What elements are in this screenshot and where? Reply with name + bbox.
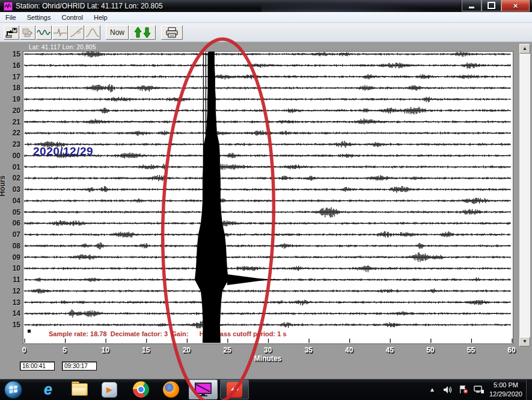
bell-filter-button-disabled[interactable] xyxy=(85,25,100,40)
x-tick-label: 40 xyxy=(345,346,353,354)
seismic-traces xyxy=(23,52,513,343)
seismograph-app-icon xyxy=(194,383,212,397)
seismogram-plot[interactable]: Sample rate: 18.78 Decimate factor: 3 Ga… xyxy=(23,51,513,344)
hour-label: 04 xyxy=(4,197,20,205)
vertical-scrollbar[interactable]: ▲ ▼ xyxy=(519,43,531,347)
print-button[interactable] xyxy=(161,25,183,40)
show-desktop-button[interactable] xyxy=(526,379,532,400)
menu-file[interactable]: File xyxy=(0,13,22,22)
save-trace-button-disabled[interactable] xyxy=(20,25,35,40)
close-icon: × xyxy=(513,2,518,10)
volume-icon[interactable] xyxy=(440,380,456,399)
hour-label: 08 xyxy=(4,242,20,250)
now-button-label: Now xyxy=(110,28,124,37)
hour-label: 22 xyxy=(4,129,20,137)
load-trace-icon xyxy=(5,27,18,38)
x-tick-label: 0 xyxy=(22,346,26,354)
x-tick-label: 10 xyxy=(101,346,109,354)
time-field-cursor[interactable]: 09:30:17 xyxy=(62,362,97,371)
app-window: Station: Ohrid/OHRID Lat: 41.117 Lon: 20… xyxy=(0,0,532,400)
load-trace-button[interactable] xyxy=(4,25,19,40)
menu-bar: File Settings Control Help xyxy=(0,12,532,23)
x-tick-label: 35 xyxy=(304,346,312,354)
x-tick-label: 15 xyxy=(142,346,150,354)
start-button[interactable] xyxy=(0,380,26,399)
hour-label: 10 xyxy=(4,265,20,272)
firefox-icon xyxy=(163,381,179,398)
waveform-icon xyxy=(37,27,51,38)
x-tick-label: 25 xyxy=(223,346,231,354)
maximize-icon xyxy=(488,2,495,9)
hour-label: 21 xyxy=(4,118,20,126)
red-utility-app-icon xyxy=(227,382,242,398)
hour-label: 18 xyxy=(4,84,20,91)
seismograph-app-button-active[interactable] xyxy=(189,380,218,399)
minimize-icon xyxy=(469,7,474,8)
internet-explorer-icon: e xyxy=(44,382,52,397)
file-explorer-button[interactable] xyxy=(66,380,93,399)
x-tick-label: 45 xyxy=(386,346,394,354)
hour-label: 20 xyxy=(4,107,20,114)
x-tick-label: 5 xyxy=(63,346,67,354)
show-hidden-icons-button[interactable]: ▲ xyxy=(424,380,440,399)
firefox-button[interactable] xyxy=(157,380,184,399)
save-trace-icon xyxy=(21,27,34,38)
hour-label: 11 xyxy=(4,276,20,283)
x-tick-label: 55 xyxy=(467,346,475,354)
taskbar-clock[interactable]: 5:00 PM 12/29/2020 xyxy=(489,381,522,399)
scale-down-icon xyxy=(142,26,151,38)
menu-control[interactable]: Control xyxy=(56,13,88,22)
hour-label: 16 xyxy=(4,62,20,69)
network-icon[interactable] xyxy=(471,380,487,399)
maximize-button[interactable] xyxy=(482,0,501,11)
hour-label: 12 xyxy=(4,288,20,295)
taskbar: e ▶ ▲ xyxy=(0,379,532,400)
chrome-icon xyxy=(133,381,149,398)
menu-settings[interactable]: Settings xyxy=(22,13,57,22)
x-tick-label: 50 xyxy=(426,346,434,354)
hour-label: 09 xyxy=(4,254,20,261)
folder-icon xyxy=(72,383,88,396)
hour-label: 00 xyxy=(4,152,20,159)
hour-label: 01 xyxy=(4,164,20,171)
minimize-button[interactable] xyxy=(462,0,482,11)
svg-text:P: P xyxy=(78,30,81,35)
close-button[interactable]: × xyxy=(501,0,530,11)
scale-buttons[interactable] xyxy=(129,25,156,40)
media-player-button[interactable]: ▶ xyxy=(96,380,123,399)
app-icon xyxy=(4,2,13,11)
impulse-filter-button-disabled[interactable] xyxy=(52,25,68,40)
hour-label: 07 xyxy=(4,231,20,238)
scroll-down-button[interactable]: ▼ xyxy=(519,337,530,346)
print-icon xyxy=(165,27,179,38)
window-title: Station: Ohrid/OHRID Lat: 41.117 Lon: 20… xyxy=(16,2,163,10)
helicorder-client-area: Lat: 41.117 Lon: 20.805 Hours 1516171819… xyxy=(0,42,532,379)
scale-up-icon xyxy=(133,26,142,38)
x-tick-label: 20 xyxy=(183,346,191,354)
hour-label: 15 xyxy=(4,51,20,58)
title-bar: Station: Ohrid/OHRID Lat: 41.117 Lon: 20… xyxy=(0,0,532,12)
response-curve-button-disabled[interactable]: P xyxy=(69,25,84,40)
system-tray: ▲ 5:00 PM 12/29/2020 xyxy=(424,379,532,400)
red-utility-app-button[interactable] xyxy=(220,380,249,399)
chrome-button[interactable] xyxy=(127,380,154,399)
hour-label: 13 xyxy=(4,299,20,306)
now-button[interactable]: Now xyxy=(106,25,129,40)
waveform-button[interactable] xyxy=(36,25,52,40)
hour-label: 02 xyxy=(4,174,20,182)
menu-help[interactable]: Help xyxy=(88,13,113,22)
date-overlay: 2020/12/29 xyxy=(33,145,93,158)
x-axis-title: Minutes xyxy=(254,355,281,362)
hour-label: 23 xyxy=(4,141,20,148)
clock-date: 12/29/2020 xyxy=(489,390,522,399)
media-player-icon: ▶ xyxy=(102,382,117,398)
hour-label: 17 xyxy=(4,73,20,81)
x-tick-label: 30 xyxy=(264,346,272,354)
internet-explorer-button[interactable]: e xyxy=(35,380,61,399)
scroll-up-button[interactable]: ▲ xyxy=(519,44,530,54)
action-center-flag-icon[interactable] xyxy=(456,380,471,399)
clock-time: 5:00 PM xyxy=(489,381,522,390)
time-field-start[interactable]: 16:00:41 xyxy=(20,362,55,371)
plot-header-coordinates: Lat: 41.117 Lon: 20.805 xyxy=(29,44,96,51)
x-tick-label: 60 xyxy=(507,346,515,354)
